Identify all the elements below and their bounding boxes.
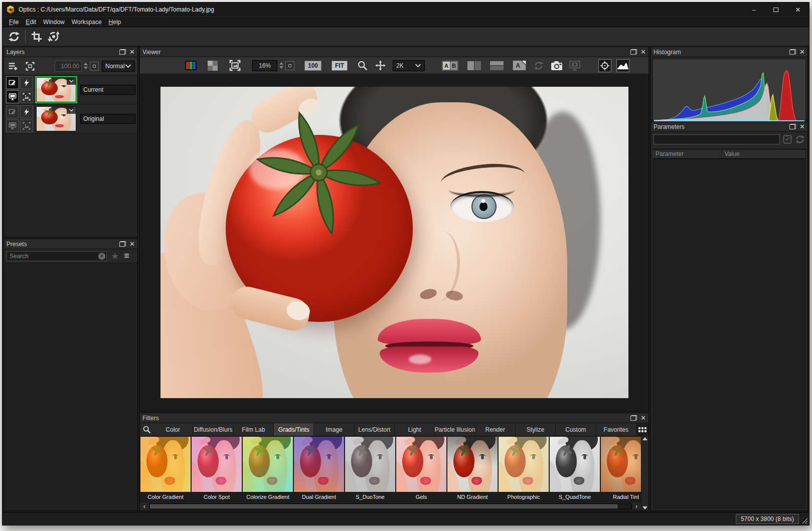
layer-fit-button[interactable] — [20, 119, 33, 132]
layer-fit-button[interactable] — [20, 90, 33, 103]
tab-film-lab[interactable]: Film Lab — [234, 423, 274, 436]
scrollbar-thumb[interactable] — [150, 504, 617, 508]
filter-item-gels[interactable]: Gels — [396, 437, 446, 502]
close-panel-icon[interactable]: ✕ — [799, 49, 805, 55]
scroll-left-icon[interactable]: ‹ — [141, 503, 148, 510]
close-panel-icon[interactable]: ✕ — [640, 49, 646, 55]
title-bar[interactable]: Optics : C:/Users/Marco/Data/DFT/qa/DFT/… — [3, 3, 809, 17]
snapshot-viewer-button[interactable] — [568, 59, 581, 72]
layer-fx-button[interactable] — [20, 76, 33, 89]
presets-search-input[interactable] — [7, 251, 107, 261]
resolution-dropdown[interactable]: 2K — [393, 60, 425, 71]
histogram-toggle[interactable] — [616, 59, 629, 72]
menu-workspace[interactable]: Workspace — [68, 19, 105, 26]
filter-item-colorize-gradient[interactable]: Colorize Gradient — [243, 437, 293, 502]
clear-search-icon[interactable]: ✕ — [98, 253, 105, 260]
filter-item-s-quadtone[interactable]: S_QuadTone — [550, 437, 600, 502]
tab-favorites[interactable]: Favorites — [596, 423, 636, 436]
filter-item-nd-gradient[interactable]: ND Gradient — [447, 437, 498, 502]
opacity-stepper[interactable] — [83, 63, 89, 69]
layer-name-current[interactable]: Current — [80, 85, 135, 95]
menu-help[interactable]: Help — [105, 19, 125, 26]
close-panel-icon[interactable]: ✕ — [640, 415, 646, 421]
zoom-reset-button[interactable] — [285, 61, 294, 70]
tab-render[interactable]: Render — [475, 423, 516, 436]
scroll-right-icon[interactable]: › — [633, 503, 640, 510]
float-panel-icon[interactable] — [119, 49, 126, 55]
maximize-button[interactable] — [765, 3, 787, 17]
tab-diffusion-blurs[interactable]: Diffusion/Blurs — [193, 423, 233, 436]
tab-lens-distort[interactable]: Lens/Distort — [355, 423, 395, 436]
layer-visibility-button[interactable] — [6, 119, 19, 132]
add-layer-button[interactable] — [7, 60, 20, 73]
rotate-orbit-button[interactable] — [45, 29, 62, 44]
pan-tool-button[interactable] — [374, 59, 387, 72]
filter-item-photographic[interactable]: Photographic — [499, 437, 549, 502]
show-original-button[interactable]: A — [513, 59, 526, 72]
menu-edit[interactable]: Edit — [22, 19, 40, 26]
zoom-level-input[interactable] — [252, 60, 277, 71]
filter-item-color-spot[interactable]: Color Spot — [192, 437, 242, 502]
sync-views-button[interactable] — [532, 59, 545, 72]
filter-view-grid-button[interactable] — [636, 423, 648, 436]
close-panel-icon[interactable]: ✕ — [799, 123, 805, 130]
favorites-star-icon[interactable]: ★ — [111, 251, 119, 262]
layer-options-chevron[interactable] — [67, 78, 76, 85]
pixel-probe-toggle[interactable] — [598, 59, 611, 72]
filter-horizontal-scrollbar[interactable]: ‹ › — [140, 502, 641, 510]
layer-thumbnail-current[interactable] — [36, 77, 76, 102]
tab-stylize[interactable]: Stylize — [516, 423, 556, 436]
zoom-stepper[interactable] — [278, 62, 284, 69]
blend-mode-dropdown[interactable]: Normal — [102, 61, 135, 72]
float-panel-icon[interactable] — [630, 49, 637, 55]
menu-file[interactable]: File — [6, 19, 22, 26]
menu-window[interactable]: Window — [40, 19, 68, 26]
layer-name-original[interactable]: Original — [80, 114, 135, 124]
tab-color[interactable]: Color — [153, 423, 193, 436]
filter-search-button[interactable] — [140, 423, 153, 436]
filter-item-dual-gradient[interactable]: Dual Gradient — [294, 437, 344, 502]
float-panel-icon[interactable] — [789, 124, 796, 129]
layer-options-chevron[interactable] — [67, 107, 76, 114]
layer-visibility-button[interactable] — [6, 90, 19, 103]
layer-fx-button[interactable] — [20, 105, 33, 118]
scroll-down-icon[interactable] — [642, 506, 647, 509]
transform-layer-button[interactable] — [24, 60, 37, 73]
close-panel-icon[interactable]: ✕ — [129, 241, 135, 247]
float-panel-icon[interactable] — [119, 241, 126, 247]
layer-edit-button[interactable] — [6, 76, 19, 89]
snapshot-button[interactable] — [550, 59, 563, 72]
split-vertical-button[interactable] — [467, 59, 481, 72]
layer-opacity-input[interactable] — [55, 61, 82, 72]
save-preset-icon[interactable] — [783, 135, 792, 144]
fit-image-button[interactable] — [228, 59, 241, 72]
tab-light[interactable]: Light — [395, 423, 435, 436]
reset-button[interactable] — [6, 29, 23, 44]
split-horizontal-button[interactable] — [490, 59, 504, 72]
filter-vertical-scrollbar[interactable] — [641, 436, 648, 510]
filter-item-s-duotone[interactable]: S_DuoTone — [345, 437, 395, 502]
parameter-table-body[interactable] — [653, 159, 806, 509]
minimize-button[interactable]: – — [743, 3, 765, 17]
filter-item-radial-tint[interactable]: Radial Tint — [601, 437, 641, 502]
close-panel-icon[interactable]: ✕ — [129, 49, 135, 55]
presets-list[interactable] — [4, 263, 137, 510]
reset-parameters-icon[interactable] — [795, 134, 805, 144]
float-panel-icon[interactable] — [789, 49, 796, 55]
tab-image[interactable]: Image — [314, 423, 354, 436]
crop-button[interactable] — [28, 29, 45, 44]
tab-custom[interactable]: Custom — [556, 423, 596, 436]
tab-grads-tints[interactable]: Grads/Tints — [274, 423, 314, 436]
filter-item-color-gradient[interactable]: Color Gradient — [140, 437, 191, 502]
layer-row-current[interactable]: Current — [4, 75, 137, 104]
close-button[interactable]: ✕ — [787, 3, 809, 17]
presets-menu-icon[interactable]: ≡ — [124, 251, 129, 261]
layer-thumbnail-original[interactable] — [36, 106, 76, 131]
layer-row-original[interactable]: Original — [4, 104, 137, 133]
zoom-fit-button[interactable]: FIT — [332, 61, 348, 71]
opacity-keyframe-button[interactable] — [90, 62, 99, 71]
alpha-channel-button[interactable] — [206, 59, 219, 72]
resize-grip[interactable] — [801, 517, 808, 524]
zoom-100-button[interactable]: 100 — [304, 61, 321, 71]
rgb-channels-button[interactable] — [184, 59, 197, 72]
